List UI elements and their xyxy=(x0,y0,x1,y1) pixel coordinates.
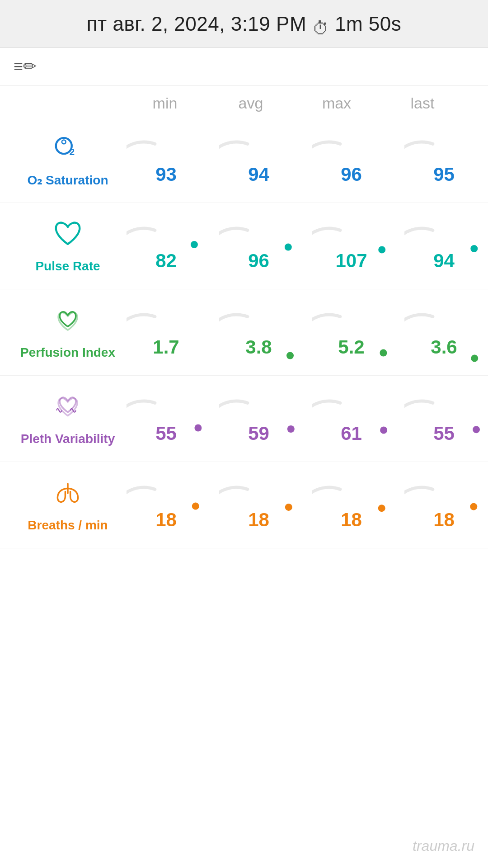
gauge-value-pleth-max: 61 xyxy=(312,423,391,444)
gauge-value-o2sat-last: 95 xyxy=(404,164,483,185)
gauge-value-pulse-max: 107 xyxy=(312,250,391,272)
gauge-value-perfusion-last: 3.6 xyxy=(404,336,483,358)
col-min: min xyxy=(122,94,208,112)
gauge-value-pleth-avg: 59 xyxy=(219,423,298,444)
metric-label-o2sat: 2 O₂ Saturation xyxy=(14,132,122,188)
metric-name-o2sat: O₂ Saturation xyxy=(27,173,108,188)
gauge-pulse-avg: 96 xyxy=(219,211,298,281)
gauge-breaths-avg: 18 xyxy=(219,470,298,540)
gauge-o2sat-avg: 94 xyxy=(219,125,298,194)
gauge-perfusion-max: 5.2 xyxy=(312,297,391,367)
gauge-value-o2sat-avg: 94 xyxy=(219,164,298,185)
watermark: trauma.ru xyxy=(413,838,474,854)
svg-point-7 xyxy=(191,241,198,248)
gauges-o2sat: 93 94 96 95 xyxy=(122,125,488,194)
gauge-value-perfusion-max: 5.2 xyxy=(312,336,391,358)
metric-label-pulse: Pulse Rate xyxy=(14,218,122,274)
gauges-pulse: 82 96 107 94 xyxy=(122,211,488,281)
gauge-value-pleth-last: 55 xyxy=(404,423,483,444)
metric-name-breaths: Breaths / min xyxy=(28,518,108,533)
gauges-perfusion: 1.7 3.8 5.2 3.6 xyxy=(122,297,488,367)
gauge-pleth-min: 55 xyxy=(127,384,206,453)
metric-row-perfusion: Perfusion Index 1.7 3.8 5.2 3.6 xyxy=(0,289,488,376)
gauge-value-o2sat-min: 93 xyxy=(127,164,206,185)
metrics-container: 2 O₂ Saturation 93 94 96 95 Pulse Rate 8… xyxy=(0,117,488,548)
gauge-value-pulse-avg: 96 xyxy=(219,250,298,272)
gauge-pulse-min: 82 xyxy=(127,211,206,281)
col-last: last xyxy=(380,94,465,112)
gauge-breaths-max: 18 xyxy=(312,470,391,540)
gauge-value-perfusion-avg: 3.8 xyxy=(219,336,298,358)
gauge-breaths-last: 18 xyxy=(404,470,483,540)
toolbar: ≡✏ xyxy=(0,48,488,85)
header: пт авг. 2, 2024, 3:19 PM ⏱ 1m 50s xyxy=(0,0,488,48)
metric-row-pleth: Pleth Variability 55 59 61 55 xyxy=(0,376,488,462)
metric-row-o2sat: 2 O₂ Saturation 93 94 96 95 xyxy=(0,117,488,203)
gauge-value-breaths-min: 18 xyxy=(127,509,206,531)
gauge-value-pulse-min: 82 xyxy=(127,250,206,272)
breaths-icon xyxy=(52,477,84,514)
gauge-perfusion-avg: 3.8 xyxy=(219,297,298,367)
pleth-icon xyxy=(52,391,84,427)
gauge-value-perfusion-min: 1.7 xyxy=(127,336,206,358)
timer-icon: ⏱ xyxy=(312,19,329,38)
o2sat-icon: 2 xyxy=(52,132,84,168)
col-max: max xyxy=(294,94,380,112)
gauge-o2sat-min: 93 xyxy=(127,125,206,194)
metric-label-pleth: Pleth Variability xyxy=(14,391,122,446)
svg-text:2: 2 xyxy=(70,146,75,157)
metric-label-perfusion: Perfusion Index xyxy=(14,305,122,360)
metric-name-pulse: Pulse Rate xyxy=(35,259,100,274)
column-headers: min avg max last xyxy=(122,85,488,117)
gauge-value-pleth-min: 55 xyxy=(127,423,206,444)
gauge-pulse-max: 107 xyxy=(312,211,391,281)
gauge-perfusion-last: 3.6 xyxy=(404,297,483,367)
header-duration: 1m 50s xyxy=(335,13,401,35)
perfusion-icon xyxy=(52,305,84,341)
metric-name-pleth: Pleth Variability xyxy=(21,432,115,446)
gauge-perfusion-min: 1.7 xyxy=(127,297,206,367)
pulse-icon xyxy=(52,218,84,255)
svg-point-1 xyxy=(62,140,66,144)
metric-row-breaths: Breaths / min 18 18 18 18 xyxy=(0,462,488,548)
col-avg: avg xyxy=(208,94,294,112)
gauges-pleth: 55 59 61 55 xyxy=(122,384,488,453)
gauge-value-pulse-last: 94 xyxy=(404,250,483,272)
header-datetime: пт авг. 2, 2024, 3:19 PM xyxy=(87,13,306,35)
gauge-pleth-max: 61 xyxy=(312,384,391,453)
gauge-value-breaths-avg: 18 xyxy=(219,509,298,531)
gauge-pleth-last: 55 xyxy=(404,384,483,453)
gauge-breaths-min: 18 xyxy=(127,470,206,540)
gauge-o2sat-last: 95 xyxy=(404,125,483,194)
edit-icon[interactable]: ≡✏ xyxy=(14,57,37,75)
gauge-value-breaths-max: 18 xyxy=(312,509,391,531)
metric-label-breaths: Breaths / min xyxy=(14,477,122,533)
gauge-value-o2sat-max: 96 xyxy=(312,164,391,185)
gauge-o2sat-max: 96 xyxy=(312,125,391,194)
gauges-breaths: 18 18 18 18 xyxy=(122,470,488,540)
gauge-value-breaths-last: 18 xyxy=(404,509,483,531)
metric-name-perfusion: Perfusion Index xyxy=(20,345,115,360)
gauge-pleth-avg: 59 xyxy=(219,384,298,453)
gauge-pulse-last: 94 xyxy=(404,211,483,281)
metric-row-pulse: Pulse Rate 82 96 107 94 xyxy=(0,203,488,289)
